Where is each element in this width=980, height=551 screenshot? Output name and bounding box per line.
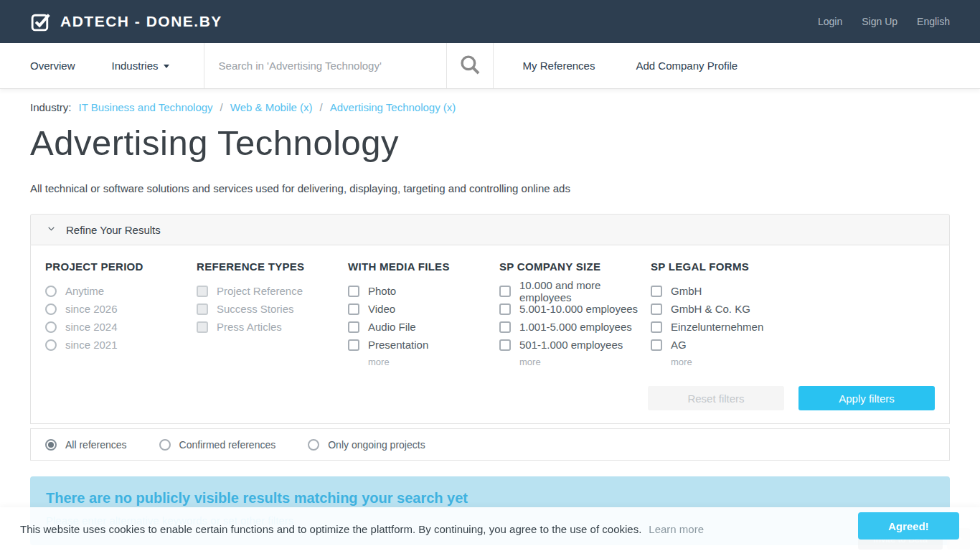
nav-item-my-references[interactable]: My References xyxy=(523,43,595,88)
more-link[interactable]: more xyxy=(519,357,651,367)
filter-option-label: Einzelunternehmen xyxy=(671,321,763,333)
filter-column-project-period: PROJECT PERIODAnytimesince 2026since 202… xyxy=(45,260,197,367)
filter-option[interactable]: GmbH & Co. KG xyxy=(651,303,935,315)
view-option[interactable]: Confirmed references xyxy=(159,438,276,451)
view-option[interactable]: All references xyxy=(45,438,127,451)
page-subtitle: All technical or software solutions and … xyxy=(30,182,950,194)
radio-control[interactable] xyxy=(159,439,171,451)
reset-filters-button[interactable]: Reset filters xyxy=(648,386,784,410)
topbar-link-english[interactable]: English xyxy=(917,16,950,27)
cookie-consent-bar: This website uses cookies to enable cert… xyxy=(0,507,980,551)
filter-option[interactable]: 1.001-5.000 employees xyxy=(499,321,651,333)
filter-option-label: 501-1.000 employees xyxy=(519,339,623,351)
radio-control[interactable] xyxy=(45,321,57,333)
topbar-link-login[interactable]: Login xyxy=(818,16,842,27)
refine-panel-title: Refine Your Results xyxy=(66,224,161,236)
filter-option-label: 10.000 and more employees xyxy=(519,279,651,303)
checkbox-control[interactable] xyxy=(651,339,662,351)
radio-control[interactable] xyxy=(45,286,57,297)
checkbox-control[interactable] xyxy=(499,286,511,297)
checkbox-control[interactable] xyxy=(651,286,662,297)
apply-filters-button[interactable]: Apply filters xyxy=(798,386,935,410)
radio-control[interactable] xyxy=(45,439,57,451)
checkbox-control[interactable] xyxy=(348,303,359,315)
breadcrumb-link[interactable]: Advertising Technology (x) xyxy=(330,101,456,113)
filter-option[interactable]: 501-1.000 employees xyxy=(499,339,651,351)
reference-view-options: All referencesConfirmed referencesOnly o… xyxy=(30,428,950,461)
checkbox-control[interactable] xyxy=(197,286,208,297)
filter-columns: PROJECT PERIODAnytimesince 2026since 202… xyxy=(45,260,935,367)
filter-option-label: since 2024 xyxy=(65,321,118,333)
breadcrumb-links: IT Business and Technology/Web & Mobile … xyxy=(79,101,456,113)
filter-option-label: Audio File xyxy=(368,321,416,333)
filter-column-title: SP LEGAL FORMS xyxy=(651,260,935,273)
refine-panel-header[interactable]: Refine Your Results xyxy=(30,214,950,245)
checkbox-control[interactable] xyxy=(651,321,662,333)
filter-option[interactable]: 5.001-10.000 employees xyxy=(499,303,651,315)
learn-more-link[interactable]: Learn more xyxy=(649,523,704,535)
brand-logo[interactable]: ADTECH - DONE.BY xyxy=(30,11,222,32)
search-button[interactable] xyxy=(446,43,493,88)
checkbox-control[interactable] xyxy=(197,303,208,315)
breadcrumb-label: Industry: xyxy=(30,101,72,113)
filter-option-label: AG xyxy=(671,339,687,351)
filter-option[interactable]: Photo xyxy=(348,285,499,297)
view-option[interactable]: Only ongoing projects xyxy=(308,438,425,451)
cookie-agree-button[interactable]: Agreed! xyxy=(858,512,959,540)
checkbox-control[interactable] xyxy=(348,321,359,333)
filter-option[interactable]: Video xyxy=(348,303,499,315)
refine-panel: Refine Your Results PROJECT PERIODAnytim… xyxy=(30,214,950,461)
filter-option[interactable]: since 2021 xyxy=(45,339,197,351)
filter-option[interactable]: Project Reference xyxy=(197,285,348,297)
filter-option[interactable]: 10.000 and more employees xyxy=(499,285,651,297)
checkbox-control[interactable] xyxy=(197,321,208,333)
nav-item-add-company-profile[interactable]: Add Company Profile xyxy=(636,43,738,88)
filter-buttons-row: Reset filters Apply filters xyxy=(45,386,935,410)
nav-industries-label: Industries xyxy=(112,60,159,72)
filter-option[interactable]: GmbH xyxy=(651,285,935,297)
filter-option[interactable]: Audio File xyxy=(348,321,499,333)
filter-column-sp-company-size: SP COMPANY SIZE10.000 and more employees… xyxy=(499,260,651,367)
filter-option[interactable]: since 2026 xyxy=(45,303,197,315)
filter-column-title: WITH MEDIA FILES xyxy=(348,260,499,273)
filter-column-sp-legal-forms: SP LEGAL FORMSGmbHGmbH & Co. KGEinzelunt… xyxy=(651,260,935,367)
checkbox-control[interactable] xyxy=(651,303,662,315)
topbar-link-sign-up[interactable]: Sign Up xyxy=(862,16,897,27)
filter-option[interactable]: Success Stories xyxy=(197,303,348,315)
filter-option-label: since 2026 xyxy=(65,303,118,315)
checkbox-control[interactable] xyxy=(348,339,359,351)
radio-control[interactable] xyxy=(45,339,57,351)
no-results-title: There are no publicly visible results ma… xyxy=(46,490,934,507)
more-link[interactable]: more xyxy=(671,357,935,367)
filter-option[interactable]: since 2024 xyxy=(45,321,197,333)
filter-option[interactable]: Press Articles xyxy=(197,321,348,333)
caret-down-icon xyxy=(164,65,169,68)
search-input[interactable] xyxy=(204,43,446,88)
radio-control[interactable] xyxy=(45,303,57,315)
cookie-message: This website uses cookies to enable cert… xyxy=(20,523,641,535)
filter-column-title: REFERENCE TYPES xyxy=(197,260,348,273)
search-icon xyxy=(458,52,482,79)
nav-item-industries[interactable]: Industries xyxy=(112,43,169,88)
more-link[interactable]: more xyxy=(368,357,499,367)
breadcrumb-separator: / xyxy=(320,101,323,113)
filter-option[interactable]: AG xyxy=(651,339,935,351)
radio-control[interactable] xyxy=(308,439,319,451)
filter-option[interactable]: Einzelunternehmen xyxy=(651,321,935,333)
breadcrumb-link[interactable]: Web & Mobile (x) xyxy=(230,101,313,113)
checkbox-control[interactable] xyxy=(499,339,511,351)
filter-option-label: Photo xyxy=(368,285,396,297)
nav-item-overview[interactable]: Overview xyxy=(30,43,75,88)
chevron-down-icon xyxy=(47,223,56,236)
breadcrumb-link[interactable]: IT Business and Technology xyxy=(79,101,213,113)
nav-overview-label: Overview xyxy=(30,60,75,72)
filter-option[interactable]: Presentation xyxy=(348,339,499,351)
checkbox-control[interactable] xyxy=(348,286,359,297)
checkbox-control[interactable] xyxy=(499,321,511,333)
filter-option-label: 5.001-10.000 employees xyxy=(519,303,638,315)
topbar: ADTECH - DONE.BY LoginSign UpEnglish xyxy=(0,0,980,43)
filter-option-label: Video xyxy=(368,303,395,315)
checkbox-control[interactable] xyxy=(499,303,511,315)
filter-option[interactable]: Anytime xyxy=(45,285,197,297)
filter-column-title: PROJECT PERIOD xyxy=(45,260,197,273)
